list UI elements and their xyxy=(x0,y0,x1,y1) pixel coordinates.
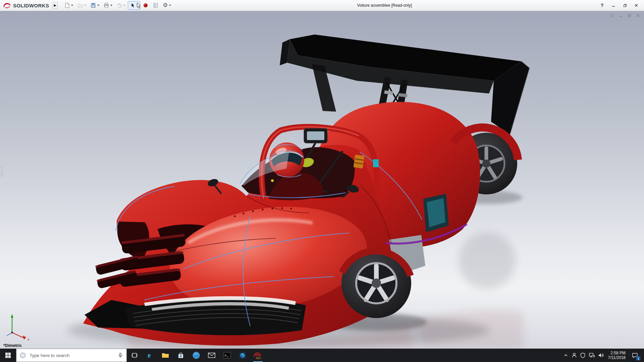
taskbar-clock[interactable]: 2:58 PM 7/11/2018 xyxy=(605,351,629,360)
shield-icon xyxy=(580,353,585,358)
toolbar-expander-icon[interactable]: ▶ xyxy=(52,2,58,9)
app-name: SOLIDWORKS xyxy=(13,3,49,8)
windows-logo-icon xyxy=(5,352,11,358)
graphics-viewport[interactable]: x *Dimetric xyxy=(0,11,644,349)
command-prompt-icon: >_ xyxy=(223,352,231,359)
mail-button[interactable] xyxy=(204,349,219,362)
dropdown-caret-icon xyxy=(71,5,73,6)
windows-taskbar: e xyxy=(0,349,644,362)
action-center-button[interactable]: 2 xyxy=(628,349,642,362)
svg-text:>_: >_ xyxy=(224,354,229,358)
triad-y-axis-arrow xyxy=(11,314,13,318)
solidworks-app-icon: SW 2017 xyxy=(253,351,263,360)
solidworks-logo: SOLIDWORKS xyxy=(2,2,51,9)
svg-text:SW: SW xyxy=(255,353,261,357)
cad-app-icon xyxy=(238,351,247,359)
task-view-button[interactable] xyxy=(127,349,142,362)
document-window-controls xyxy=(608,12,641,18)
design-table-button[interactable] xyxy=(151,1,160,10)
dropdown-caret-icon xyxy=(110,5,112,6)
window-controls: ? xyxy=(596,1,642,10)
taskbar-search[interactable] xyxy=(16,349,127,362)
close-icon xyxy=(634,3,638,7)
notification-badge: 2 xyxy=(636,356,641,361)
network-tray-button[interactable] xyxy=(587,349,596,362)
file-explorer-icon xyxy=(161,351,169,359)
solidworks-app-button[interactable]: SW 2017 xyxy=(250,349,266,362)
file-explorer-button[interactable] xyxy=(158,349,173,362)
volume-tray-button[interactable] xyxy=(596,349,605,362)
dropdown-caret-icon xyxy=(97,5,99,6)
doc-minimize-icon[interactable] xyxy=(617,12,624,18)
start-button[interactable] xyxy=(0,349,16,362)
cortana-icon xyxy=(20,352,26,358)
open-folder-icon xyxy=(77,2,83,8)
microphone-icon[interactable] xyxy=(118,352,123,358)
chevron-up-icon xyxy=(564,353,568,358)
store-button[interactable] xyxy=(173,349,189,362)
appearance-button[interactable] xyxy=(141,1,150,10)
open-button[interactable] xyxy=(75,1,88,10)
speaker-icon xyxy=(598,353,604,358)
minimize-button[interactable] xyxy=(608,1,619,10)
close-button[interactable] xyxy=(631,1,642,10)
contact-tray-button[interactable] xyxy=(570,349,579,362)
document-title: Voiture assemblee [Read-only] xyxy=(174,3,595,8)
print-button[interactable] xyxy=(102,1,114,10)
quick-toolbar: ⚙ xyxy=(62,1,172,10)
options-button[interactable]: ⚙ xyxy=(161,1,172,10)
task-view-icon xyxy=(131,352,138,359)
clock-time: 2:58 PM xyxy=(610,351,626,355)
appearance-ball-icon xyxy=(143,2,149,8)
help-button[interactable]: ? xyxy=(596,1,608,10)
undo-button[interactable] xyxy=(115,1,127,10)
restore-button[interactable] xyxy=(619,1,631,10)
new-document-button[interactable] xyxy=(62,1,75,10)
doc-close-icon[interactable] xyxy=(635,12,641,18)
browser-globe-button[interactable] xyxy=(189,349,204,362)
app-titlebar: SOLIDWORKS ▶ xyxy=(0,0,644,11)
save-button[interactable] xyxy=(89,1,101,10)
hidden-icons-chevron[interactable] xyxy=(562,349,570,362)
pane-splitter-handle[interactable] xyxy=(0,166,2,176)
dropdown-caret-icon xyxy=(84,5,86,6)
select-tool-button[interactable] xyxy=(128,1,140,10)
print-icon xyxy=(103,2,109,8)
edge-browser-button[interactable]: e xyxy=(142,349,158,362)
orientation-triad: x xyxy=(2,312,33,343)
cad-app-button[interactable] xyxy=(235,349,250,362)
select-cursor-icon xyxy=(129,2,136,8)
gear-icon: ⚙ xyxy=(163,2,168,8)
undo-icon xyxy=(116,2,122,8)
search-input[interactable] xyxy=(29,353,115,358)
svg-text:e: e xyxy=(148,351,151,359)
3d-model-scene[interactable] xyxy=(0,11,644,349)
solidworks-logo-icon xyxy=(3,2,11,9)
svg-text:2017: 2017 xyxy=(256,357,261,359)
save-icon xyxy=(90,2,96,8)
command-prompt-button[interactable]: >_ xyxy=(219,349,235,362)
mail-envelope-icon xyxy=(208,352,216,359)
network-icon xyxy=(589,353,595,358)
taskbar-apps: e xyxy=(127,349,266,362)
view-orientation-label: *Dimetric xyxy=(3,343,22,348)
security-tray-button[interactable] xyxy=(579,349,587,362)
doc-restore-up-icon[interactable] xyxy=(608,12,615,18)
person-icon xyxy=(572,353,577,358)
front-wheel xyxy=(341,248,411,318)
system-tray: 2:58 PM 7/11/2018 2 xyxy=(562,349,644,362)
minimize-icon xyxy=(611,3,615,7)
dropdown-caret-icon xyxy=(169,5,171,6)
design-table-icon xyxy=(153,2,159,8)
edge-icon: e xyxy=(146,351,154,359)
clock-date: 7/11/2018 xyxy=(608,355,626,360)
triad-x-label: x xyxy=(28,337,30,341)
new-document-icon xyxy=(64,2,70,8)
blue-globe-icon xyxy=(192,351,200,359)
doc-restore-down-icon[interactable] xyxy=(626,12,633,18)
dropdown-caret-icon xyxy=(137,5,139,6)
store-bag-icon xyxy=(177,352,184,359)
restore-icon xyxy=(623,3,627,8)
dropdown-caret-icon xyxy=(123,5,125,6)
